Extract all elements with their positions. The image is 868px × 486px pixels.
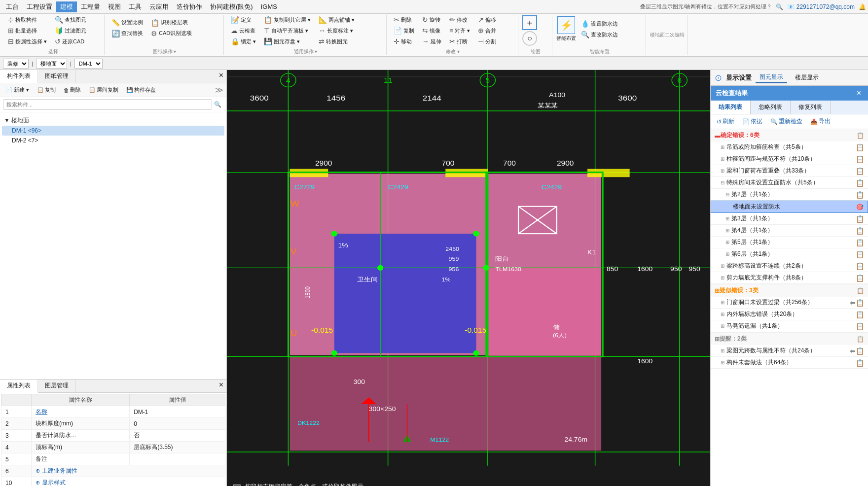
menu-建模[interactable]: 建模 (56, 1, 77, 12)
attr-value-5[interactable] (130, 453, 225, 465)
menu-协同建模[interactable]: 协同建模(限免) (206, 1, 257, 12)
cloud-tab-ignore[interactable]: 忽略列表 (751, 101, 791, 114)
panel-close-top[interactable]: × (216, 70, 226, 83)
hint-action-icon[interactable]: 📋 (857, 336, 864, 343)
btn-auto-align[interactable]: ⊤自动平齐顶板 ▾ (261, 26, 314, 35)
result-action-第3层[interactable]: 📋 (856, 215, 864, 223)
menu-工具[interactable]: 工具 (125, 1, 145, 12)
display-circle-icon[interactable]: ⊙ (715, 72, 722, 83)
result-action-第4层[interactable]: 📋 (856, 227, 864, 235)
result-马凳筋[interactable]: ⊞ 马凳筋遗漏（共1条） 📋 (711, 320, 868, 332)
result-action-构件未套[interactable]: 📋 (856, 359, 864, 367)
btn-move[interactable]: ✛移动 (391, 36, 417, 46)
result-梁和门窗[interactable]: ⊞ 梁和门窗荷布置重叠（共33条） 📋 (711, 165, 868, 177)
warning-action-icon[interactable]: 📋 (857, 287, 864, 294)
btn-rotate[interactable]: ↻旋转 (419, 15, 444, 25)
btn-split[interactable]: ⊣分割 (475, 36, 499, 46)
cloud-tab-results[interactable]: 结果列表 (711, 101, 751, 114)
btn-merge[interactable]: ⊕合并 (475, 26, 499, 35)
tree-item-dm1[interactable]: DM-1 <96> (2, 126, 224, 136)
btn-export[interactable]: 📤导出 (808, 116, 832, 127)
result-action-第6层[interactable]: 📋 (856, 250, 864, 258)
btn-break[interactable]: ✂打断 (446, 36, 473, 46)
result-action-特殊房间[interactable]: 📋 (856, 179, 864, 187)
result-action-内外墙[interactable]: 📋 (856, 311, 864, 318)
btn-pick-element[interactable]: ⊹拾取构件 (5, 15, 50, 25)
search-input[interactable] (3, 99, 212, 110)
result-action-梁图元跨数[interactable]: 📋 (856, 347, 864, 355)
error-action-icon[interactable]: 📋 (857, 132, 864, 139)
error-header[interactable]: ▬ 确定错误：6类 📋 (711, 129, 868, 141)
tree-header-floor[interactable]: ▼ 楼地面 (2, 115, 224, 126)
btn-delete[interactable]: ✂删除 (391, 15, 417, 25)
btn-copy-to-floor[interactable]: 📋复制到其它层 ▾ (261, 15, 314, 25)
btn-identify-floor[interactable]: 📋识别楼层表 (148, 18, 195, 28)
btn-cloud-check[interactable]: ☁云检查 (228, 26, 259, 35)
btn-draw-plus[interactable]: ＋ (522, 15, 537, 30)
btn-extend[interactable]: →延伸 (419, 36, 444, 46)
attr-value-3[interactable]: 否 (130, 430, 225, 442)
hint-header[interactable]: ⊞ 提醒：2类 📋 (711, 333, 868, 345)
btn-copy-component[interactable]: 📋 复制 (34, 85, 59, 95)
result-action-吊筋[interactable]: 📋 (856, 143, 864, 151)
cad-view[interactable]: 4 5 6 11 3600 1456 2144 A100 某某某 3600 (227, 70, 710, 486)
btn-copy[interactable]: 📄复制 (391, 26, 417, 35)
menu-工台[interactable]: 工台 (2, 1, 23, 12)
user-email[interactable]: 📧 2291271072@qq.com (787, 3, 855, 10)
btn-save-element[interactable]: 💾图元存盘 ▾ (261, 36, 314, 46)
target-icon[interactable]: 🎯 (856, 204, 864, 210)
notification-icon[interactable]: 🔔 (859, 3, 866, 10)
result-第4层[interactable]: ⊞ 第4层（共1条） 📋 (711, 225, 868, 237)
result-action-梁图元跨数-arrow[interactable]: ⬅ (850, 347, 856, 355)
btn-set-waterproof[interactable]: 💧设置防水边 (578, 19, 621, 29)
cloud-check-close[interactable]: × (855, 89, 863, 98)
menu-云应用[interactable]: 云应用 (145, 1, 173, 12)
attr-group-civil[interactable]: ⊕ 土建业务属性 (32, 465, 225, 477)
menu-工程设置[interactable]: 工程设置 (23, 1, 56, 12)
btn-filter-element[interactable]: 🔰过滤图元 (52, 26, 89, 35)
btn-draw-circle[interactable]: ○ (522, 31, 537, 46)
btn-refresh[interactable]: ↺刷新 (715, 116, 736, 127)
btn-floor-copy[interactable]: 📋 层间复制 (86, 85, 121, 95)
floor-type-select[interactable]: 楼地面 (36, 59, 67, 69)
tab-layer-manage[interactable]: 图层管理 (38, 380, 76, 392)
btn-find-element[interactable]: 🔍查找图元 (52, 15, 89, 25)
attr-value-1[interactable]: DM-1 (130, 406, 225, 418)
search-icon[interactable]: 🔍 (776, 3, 783, 10)
menu-视图[interactable]: 视图 (104, 1, 125, 12)
result-action-第5层[interactable]: 📋 (856, 239, 864, 246)
btn-save-component[interactable]: 💾 构件存盘 (123, 85, 159, 95)
btn-find-replace[interactable]: 🔄查找替换 (108, 29, 146, 38)
menu-IGMS[interactable]: IGMS (257, 2, 281, 11)
result-action-梁跨标高[interactable]: 📋 (856, 262, 864, 270)
result-剪力墙[interactable]: ⊞ 剪力墙底无支撑构件（共8条） 📋 (711, 272, 868, 284)
result-构件未套[interactable]: ⊞ 构件未套做法（共64条） 📋 (711, 357, 868, 369)
btn-mirror[interactable]: ⇆镜像 (419, 26, 444, 35)
btn-basis[interactable]: 📄依据 (740, 116, 764, 127)
tab-drawing-manage[interactable]: 图纸管理 (38, 70, 76, 83)
btn-convert-element[interactable]: ⇄转换图元 (316, 36, 358, 46)
btn-check-waterproof[interactable]: 🔍查改防水边 (578, 30, 621, 39)
btn-length-mark[interactable]: ↔长度标注 ▾ (316, 26, 358, 35)
result-action-柱箍筋[interactable]: 📋 (856, 155, 864, 163)
btn-restore-cad[interactable]: ↺还原CAD (52, 36, 89, 46)
panel-close-bottom[interactable]: × (216, 380, 226, 392)
btn-new-component[interactable]: 📄 新建 ▾ (3, 85, 32, 95)
btn-set-scale[interactable]: 📏设置比例 (108, 18, 146, 28)
btn-attr-select[interactable]: ⊟按属性选择 ▾ (5, 36, 50, 46)
btn-align[interactable]: ≡对齐 ▾ (446, 26, 473, 35)
result-特殊房间[interactable]: ⊟ 特殊房间未设置立面防水（共5条） 📋 (711, 177, 868, 189)
result-第2层[interactable]: ⊟ 第2层（共1条） 📋 (711, 189, 868, 201)
btn-smart-layout[interactable]: ⚡ (557, 16, 575, 34)
tree-item-dm2[interactable]: DM-2 <7> (2, 136, 224, 145)
result-action-马凳筋[interactable]: 📋 (856, 322, 864, 330)
menu-造价协作[interactable]: 造价协作 (173, 1, 206, 12)
result-吊筋[interactable]: ⊞ 吊筋或附加箍筋检查（共5条） 📋 (711, 141, 868, 153)
result-内外墙[interactable]: ⊞ 内外墙标志错误（共20条） 📋 (711, 309, 868, 320)
result-action-门窗洞口-2[interactable]: 📋 (856, 299, 864, 307)
tab-floor-display[interactable]: 楼层显示 (791, 72, 823, 83)
cloud-tab-fix[interactable]: 修复列表 (791, 101, 831, 114)
tab-element-display[interactable]: 图元显示 (756, 72, 787, 83)
menu-工程量[interactable]: 工程量 (77, 1, 104, 12)
tab-component-list[interactable]: 构件列表 (0, 70, 38, 83)
